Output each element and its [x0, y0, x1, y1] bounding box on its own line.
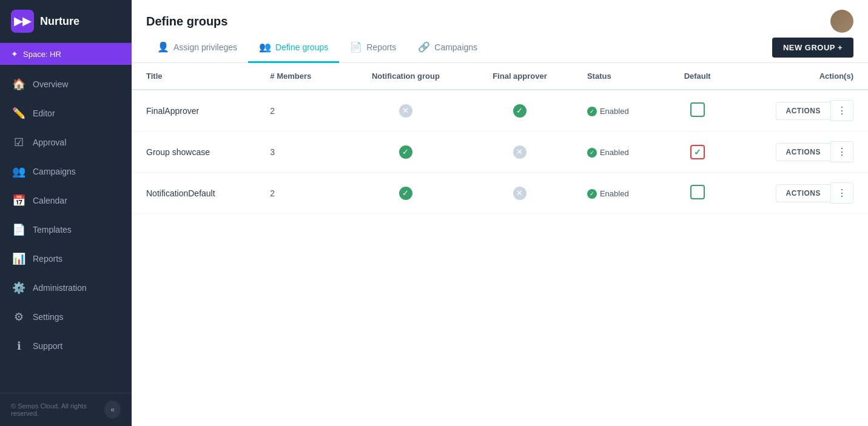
table-row: Group showcase 3 ✓ ✕ ✓ Enabled [132, 131, 868, 173]
user-avatar[interactable] [830, 10, 853, 33]
row-final-approver: ✕ [467, 131, 573, 173]
sidebar-item-support[interactable]: ℹ Support [0, 331, 132, 361]
collapse-sidebar-button[interactable]: « [104, 401, 121, 419]
sidebar-nav: 🏠 Overview ✏️ Editor ☑ Approval 👥 Campai… [0, 65, 132, 393]
avatar-image [830, 10, 853, 33]
tab-label: Campaigns [434, 42, 477, 52]
tab-reports[interactable]: 📄 Reports [339, 33, 407, 63]
define-groups-icon: 👥 [259, 41, 271, 53]
space-badge[interactable]: ✦ Space: HR [0, 43, 132, 65]
editor-icon: ✏️ [12, 107, 25, 120]
groups-table: Title # Members Notification group Final… [132, 63, 868, 214]
sidebar-item-label: Calendar [33, 196, 67, 205]
space-label: Space: HR [23, 50, 61, 59]
settings-icon: ⚙ [12, 310, 25, 324]
row-notification-group: ✓ [345, 131, 467, 173]
col-notification-group: Notification group [345, 63, 467, 90]
tab-define-groups[interactable]: 👥 Define groups [248, 33, 339, 63]
sidebar-item-calendar[interactable]: 📅 Calendar [0, 186, 132, 215]
tab-assign-privileges[interactable]: 👤 Assign privileges [146, 33, 248, 63]
row-members: 2 [255, 173, 345, 214]
actions-button[interactable]: ACTIONS [776, 143, 831, 161]
tabs-bar: 👤 Assign privileges 👥 Define groups 📄 Re… [132, 33, 868, 63]
notification-group-false-icon: ✕ [399, 104, 412, 118]
sidebar-item-label: Settings [33, 312, 64, 322]
sidebar-item-label: Approval [33, 138, 66, 147]
col-status: Status [573, 63, 662, 90]
sidebar-item-campaigns[interactable]: 👥 Campaigns [0, 157, 132, 186]
row-actions: ACTIONS ⋮ [733, 131, 868, 173]
tab-label: Define groups [275, 42, 328, 52]
tab-campaigns[interactable]: 🔗 Campaigns [407, 33, 488, 63]
actions-button[interactable]: ACTIONS [776, 184, 831, 202]
row-title: FinalApprover [132, 90, 255, 131]
final-approver-false-icon: ✕ [513, 187, 527, 200]
logo-icon: ▶▶ [11, 10, 34, 33]
sidebar-item-templates[interactable]: 📄 Templates [0, 215, 132, 244]
status-enabled-icon: ✓ [587, 189, 597, 199]
sidebar-item-label: Support [33, 341, 62, 351]
main-content: Define groups 👤 Assign privileges 👥 Defi… [132, 0, 868, 426]
actions-more-button[interactable]: ⋮ [830, 100, 853, 121]
actions-button[interactable]: ACTIONS [776, 102, 831, 120]
sidebar-item-label: Editor [33, 108, 55, 118]
col-final-approver: Final approver [467, 63, 573, 90]
default-checkbox-checked[interactable]: ✓ [690, 145, 705, 159]
sidebar-item-reports[interactable]: 📊 Reports [0, 244, 132, 273]
row-default[interactable]: ✓ [662, 131, 732, 173]
page-title: Define groups [146, 15, 227, 28]
space-icon: ✦ [11, 49, 18, 59]
row-notification-group: ✓ [345, 173, 467, 214]
support-icon: ℹ [12, 339, 25, 353]
sidebar-item-label: Templates [33, 225, 72, 235]
campaigns-tab-icon: 🔗 [418, 41, 430, 53]
row-members: 2 [255, 90, 345, 131]
row-default[interactable] [662, 173, 732, 214]
row-final-approver: ✓ [467, 90, 573, 131]
sidebar-item-label: Campaigns [33, 167, 76, 176]
reports-icon: 📊 [12, 252, 25, 265]
sidebar-item-settings[interactable]: ⚙ Settings [0, 302, 132, 331]
row-title: NotificationDefault [132, 173, 255, 214]
col-default: Default [662, 63, 732, 90]
col-members: # Members [255, 63, 345, 90]
default-checkbox[interactable] [690, 185, 705, 199]
row-status: ✓ Enabled [573, 173, 662, 214]
row-status: ✓ Enabled [573, 90, 662, 131]
app-name: Nurture [40, 15, 79, 28]
col-actions: Action(s) [733, 63, 868, 90]
default-checkbox[interactable] [690, 102, 705, 117]
row-actions: ACTIONS ⋮ [733, 90, 868, 131]
sidebar-item-overview[interactable]: 🏠 Overview [0, 70, 132, 99]
row-default[interactable] [662, 90, 732, 131]
notification-group-true-icon: ✓ [399, 187, 412, 200]
administration-icon: ⚙️ [12, 281, 25, 295]
checkbox-checkmark-icon: ✓ [694, 147, 701, 157]
final-approver-true-icon: ✓ [513, 104, 527, 118]
templates-icon: 📄 [12, 223, 25, 236]
sidebar-item-editor[interactable]: ✏️ Editor [0, 99, 132, 128]
sidebar-item-label: Overview [33, 79, 68, 89]
notification-group-true-icon: ✓ [399, 145, 412, 159]
sidebar-item-approval[interactable]: ☑ Approval [0, 128, 132, 157]
actions-button-group: ACTIONS ⋮ [747, 100, 853, 121]
sidebar-item-administration[interactable]: ⚙️ Administration [0, 273, 132, 302]
actions-button-group: ACTIONS ⋮ [747, 182, 853, 204]
new-group-button[interactable]: NEW GROUP + [772, 38, 853, 58]
reports-tab-icon: 📄 [350, 41, 362, 53]
app-logo: ▶▶ Nurture [0, 0, 132, 43]
tab-label: Assign privileges [173, 42, 237, 52]
overview-icon: 🏠 [12, 78, 25, 91]
tabs-list: 👤 Assign privileges 👥 Define groups 📄 Re… [146, 33, 488, 62]
sidebar: ▶▶ Nurture ✦ Space: HR 🏠 Overview ✏️ Edi… [0, 0, 132, 426]
actions-more-button[interactable]: ⋮ [830, 141, 853, 162]
status-label: Enabled [600, 107, 629, 116]
status-enabled-icon: ✓ [587, 148, 597, 158]
campaigns-icon: 👥 [12, 165, 25, 178]
table-header-row: Title # Members Notification group Final… [132, 63, 868, 90]
row-title: Group showcase [132, 131, 255, 173]
actions-more-button[interactable]: ⋮ [830, 182, 853, 204]
calendar-icon: 📅 [12, 194, 25, 207]
row-notification-group: ✕ [345, 90, 467, 131]
status-label: Enabled [600, 148, 629, 157]
